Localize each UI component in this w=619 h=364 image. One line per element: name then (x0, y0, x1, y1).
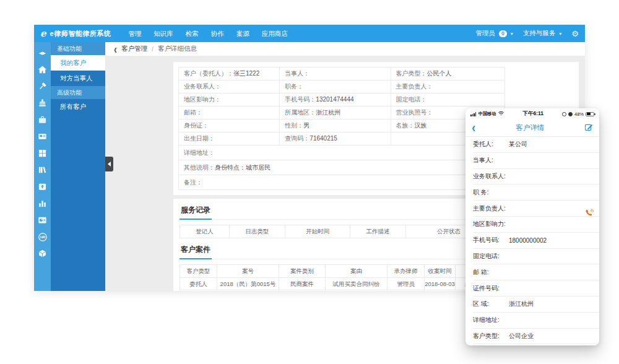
client-detail-form: 客户（委托人）：张三1222 当事人： 客户类型：公民个人 业务联系人： 职务：… (178, 67, 505, 190)
edit-icon[interactable] (584, 123, 593, 134)
form-cell: 其他说明：身份特点：城市居民 (179, 160, 505, 175)
stamp-icon[interactable] (34, 95, 51, 111)
list-item: 证件号码: (473, 280, 599, 297)
sidebar-item-all-clients[interactable]: 所有客户 (51, 99, 105, 115)
form-cell: 主要负责人： (391, 80, 505, 93)
sidebar-item-my-clients[interactable]: 我的客户 (51, 55, 105, 71)
home-icon[interactable] (34, 61, 51, 78)
collapse-icon[interactable]: ◀▶ (34, 45, 51, 61)
signal-bars-icon (470, 112, 476, 116)
grid-icon[interactable] (34, 145, 51, 162)
nav-item[interactable]: 检索 (180, 25, 205, 42)
list-item: 固定电话: (473, 249, 599, 265)
gavel-icon[interactable] (34, 78, 51, 95)
client-cases-table: 客户类型案号案件类别案由承办律师收案时间结案 委托人2018（民）第0015号民… (180, 264, 492, 290)
list-item: 地区影响力: (473, 217, 599, 233)
breadcrumb-separator: / (152, 45, 154, 53)
form-cell: 业务联系人： (179, 80, 280, 93)
support-menu[interactable]: 支持与服务 (523, 29, 556, 38)
form-cell: 出生日期： (179, 132, 280, 145)
list-item: 区 域:浙江杭州 (473, 297, 599, 313)
top-header: e e律师智能律所系统 管理知识库检索协作案源应用商店 管理员 0 ▾ 支持与服… (34, 25, 585, 42)
cube-icon[interactable] (34, 245, 51, 262)
form-cell: 备注： (179, 175, 505, 190)
column-header: 承办律师 (387, 265, 425, 277)
sidebar-section-basic: 基础功能 (51, 42, 105, 55)
user-menu[interactable]: 管理员 (475, 29, 495, 38)
app-title: e律师智能律所系统 (50, 29, 111, 38)
sidebar-collapse-handle[interactable] (105, 157, 113, 171)
column-header: 登记人 (180, 225, 230, 238)
column-header: 案件类别 (279, 265, 326, 277)
list-item: 委托人:某公司 (473, 137, 599, 153)
form-cell: 职务： (280, 80, 391, 93)
idcard-icon[interactable] (34, 128, 51, 145)
form-cell: 客户（委托人）：张三1222 (179, 67, 280, 80)
wifi-icon (498, 111, 504, 117)
table-cell: 2018（民）第0015号 (217, 277, 279, 290)
form-cell: 当事人： (280, 67, 391, 80)
table-header-row: 登记人日志类型开始时间工作描述公开状态 (180, 225, 491, 238)
breadcrumb: ‹ 客户管理 / 客户详细信息 (105, 42, 585, 56)
report-icon[interactable] (34, 212, 51, 228)
form-cell: 固定电话： (391, 93, 505, 106)
battery-percent: 48% (574, 111, 584, 117)
list-item: 职 务: (473, 184, 599, 201)
header-right: 管理员 0 ▾ 支持与服务 ▾ ⚙ (475, 29, 579, 38)
nav-item[interactable]: 管理 (122, 25, 147, 42)
list-item: 主要负责人: (473, 201, 599, 217)
client-cases-title: 客户案件 (180, 238, 212, 259)
sidebar-panel: 基础功能 我的客户 对方当事人 高级功能 所有客户 (51, 42, 105, 291)
library-icon[interactable] (34, 162, 51, 178)
column-header: 案号 (217, 265, 279, 277)
nav-item[interactable]: 协作 (205, 25, 230, 42)
form-cell: 地区影响力： (179, 93, 280, 106)
hr-icon[interactable]: HR (34, 228, 51, 245)
call-phone-icon[interactable] (585, 209, 594, 220)
gear-icon[interactable]: ⚙ (571, 29, 579, 38)
sidebar-section-advanced: 高级功能 (51, 86, 105, 99)
carrier-label: 中国移动 (478, 111, 496, 117)
nav-item[interactable]: 应用商店 (256, 25, 294, 42)
bar-chart-icon[interactable] (34, 195, 51, 212)
status-time: 下午6:11 (506, 110, 560, 118)
phone-overlay: 中国移动 下午6:11 48% ‹ 客户详情 委托人:某公司 当事人: (465, 108, 599, 345)
upload-box-icon[interactable] (34, 178, 51, 195)
battery-icon (586, 112, 594, 116)
phone-detail-list: 委托人:某公司 当事人: 业务联系人: 职 务: 主要负责人: (465, 137, 599, 344)
notification-badge: 0 (499, 30, 507, 37)
nav-item[interactable]: 案源 (230, 25, 256, 42)
service-records-title: 服务记录 (180, 199, 212, 220)
column-header: 客户类型 (180, 265, 217, 277)
column-header: 开始时间 (285, 225, 350, 238)
chevron-down-icon: ▾ (559, 31, 561, 37)
nav-item[interactable]: 知识库 (147, 25, 180, 42)
service-records-table: 登记人日志类型开始时间工作描述公开状态 (180, 225, 492, 238)
list-item: 业务联系人: (473, 169, 599, 185)
list-item: 当事人: (473, 153, 599, 169)
table-cell: 试用买卖合同纠纷 (326, 277, 387, 290)
table-row[interactable]: 委托人2018（民）第0015号民商案件试用买卖合同纠纷管理员2018-08-0… (180, 277, 491, 290)
form-cell: 手机号码：13201474444 (280, 93, 391, 106)
phone-page-title: 客户详情 (475, 123, 584, 132)
app-logo-icon: e (40, 28, 46, 39)
column-header: 收案时间 (425, 265, 456, 277)
top-nav: 管理知识库检索协作案源应用商店 (122, 25, 294, 42)
back-chevron-icon[interactable]: ‹ (472, 119, 475, 137)
table-cell: 管理员 (387, 277, 425, 290)
list-item: 客户类型:公司企业 (473, 329, 599, 345)
breadcrumb-section[interactable]: 客户管理 (121, 45, 147, 53)
screenshot-canvas: e e律师智能律所系统 管理知识库检索协作案源应用商店 管理员 0 ▾ 支持与服… (0, 0, 619, 364)
triangle-left-icon (108, 162, 111, 167)
column-header: 案由 (326, 265, 387, 277)
form-cell: 身份证： (179, 119, 280, 132)
table-cell: 民商案件 (279, 277, 326, 290)
form-cell: 所属地区：浙江杭州 (280, 106, 391, 119)
sidebar-item-opposing-party[interactable]: 对方当事人 (51, 71, 105, 86)
briefcase-icon[interactable] (34, 111, 51, 128)
form-cell: 查询码：71640215 (280, 132, 391, 145)
chevron-down-icon: ▾ (511, 31, 513, 37)
list-item: 详细地址: (473, 313, 599, 329)
breadcrumb-page: 客户详细信息 (158, 45, 197, 53)
back-chevron-icon[interactable]: ‹ (114, 42, 117, 57)
